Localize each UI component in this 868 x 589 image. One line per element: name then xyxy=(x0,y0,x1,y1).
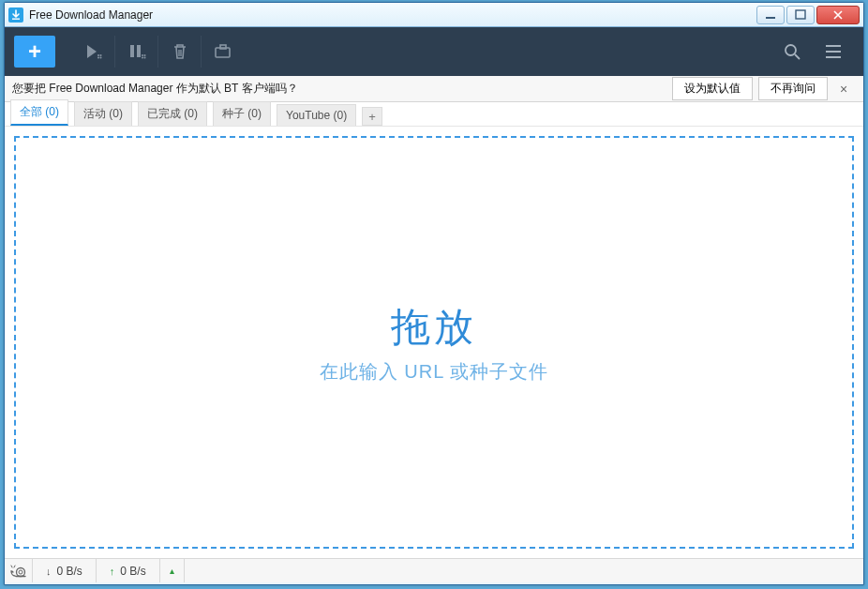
prompt-message: 您要把 Free Download Manager 作为默认 BT 客户端吗？ xyxy=(12,81,666,97)
svg-rect-1 xyxy=(12,18,20,19)
svg-point-10 xyxy=(142,54,143,56)
trash-icon xyxy=(172,43,188,60)
speed-limit-button[interactable] xyxy=(5,559,33,582)
close-icon xyxy=(832,9,844,21)
delete-button[interactable] xyxy=(158,36,202,68)
down-arrow-icon: ↓ xyxy=(46,566,52,577)
download-speed: ↓ 0 B/s xyxy=(33,559,97,582)
start-button[interactable] xyxy=(72,36,115,68)
download-list-area: 拖放 在此输入 URL 或种子文件 xyxy=(5,127,863,558)
prompt-close-button[interactable]: × xyxy=(831,82,856,97)
maximize-icon xyxy=(795,9,806,21)
svg-point-11 xyxy=(143,54,145,56)
set-default-button[interactable]: 设为默认值 xyxy=(672,77,753,100)
svg-rect-2 xyxy=(766,17,775,19)
main-toolbar: + xyxy=(5,27,863,76)
folder-icon xyxy=(214,43,232,60)
drop-zone[interactable]: 拖放 在此输入 URL 或种子文件 xyxy=(14,136,854,549)
up-arrow-icon: ↑ xyxy=(110,566,115,577)
add-tab-button[interactable]: + xyxy=(362,107,382,126)
svg-point-16 xyxy=(786,45,796,55)
svg-point-18 xyxy=(19,570,22,574)
svg-rect-9 xyxy=(137,45,141,57)
add-download-button[interactable]: + xyxy=(14,36,55,68)
svg-point-7 xyxy=(99,57,101,59)
minimize-icon xyxy=(765,9,776,21)
download-speed-value: 0 B/s xyxy=(57,565,82,578)
svg-rect-8 xyxy=(130,45,134,57)
close-button[interactable] xyxy=(816,6,860,24)
window-controls xyxy=(756,6,860,24)
tab-torrents[interactable]: 种子 (0) xyxy=(213,101,271,126)
default-client-prompt: 您要把 Free Download Manager 作为默认 BT 客户端吗？ … xyxy=(5,76,863,102)
upload-speed-value: 0 B/s xyxy=(120,565,145,578)
search-button[interactable] xyxy=(771,36,813,68)
title-bar: Free Download Manager xyxy=(5,3,863,27)
upload-speed: ↑ 0 B/s xyxy=(97,559,160,582)
svg-rect-15 xyxy=(220,45,226,49)
svg-point-5 xyxy=(99,54,101,56)
dont-ask-button[interactable]: 不再询问 xyxy=(758,77,828,100)
pause-button[interactable] xyxy=(115,36,158,68)
drop-title: 拖放 xyxy=(391,301,477,354)
filter-tabs: 全部 (0) 活动 (0) 已完成 (0) 种子 (0) YouTube (0)… xyxy=(5,102,863,127)
app-window: Free Download Manager + xyxy=(4,2,864,585)
svg-point-13 xyxy=(143,57,145,59)
drop-subtitle: 在此输入 URL 或种子文件 xyxy=(320,359,548,385)
svg-point-17 xyxy=(16,567,24,576)
menu-button[interactable] xyxy=(813,36,854,68)
app-icon xyxy=(8,8,23,23)
tab-all[interactable]: 全部 (0) xyxy=(10,99,68,126)
minimize-button[interactable] xyxy=(756,6,785,24)
snail-icon xyxy=(10,565,27,578)
play-icon xyxy=(84,43,103,60)
chevron-up-icon: ▴ xyxy=(170,566,174,576)
svg-point-6 xyxy=(97,57,99,59)
tab-active[interactable]: 活动 (0) xyxy=(74,101,132,126)
tab-youtube[interactable]: YouTube (0) xyxy=(277,104,356,126)
expand-details-button[interactable]: ▴ xyxy=(160,559,185,582)
svg-point-4 xyxy=(97,54,99,56)
svg-point-12 xyxy=(142,57,143,59)
hamburger-icon xyxy=(824,42,843,61)
pause-icon xyxy=(127,43,146,60)
tab-completed[interactable]: 已完成 (0) xyxy=(138,101,207,126)
window-title: Free Download Manager xyxy=(29,8,756,22)
svg-rect-3 xyxy=(796,10,805,19)
search-icon xyxy=(783,42,801,61)
move-to-folder-button[interactable] xyxy=(202,36,245,68)
maximize-button[interactable] xyxy=(786,6,815,24)
status-bar: ↓ 0 B/s ↑ 0 B/s ▴ xyxy=(5,558,863,582)
